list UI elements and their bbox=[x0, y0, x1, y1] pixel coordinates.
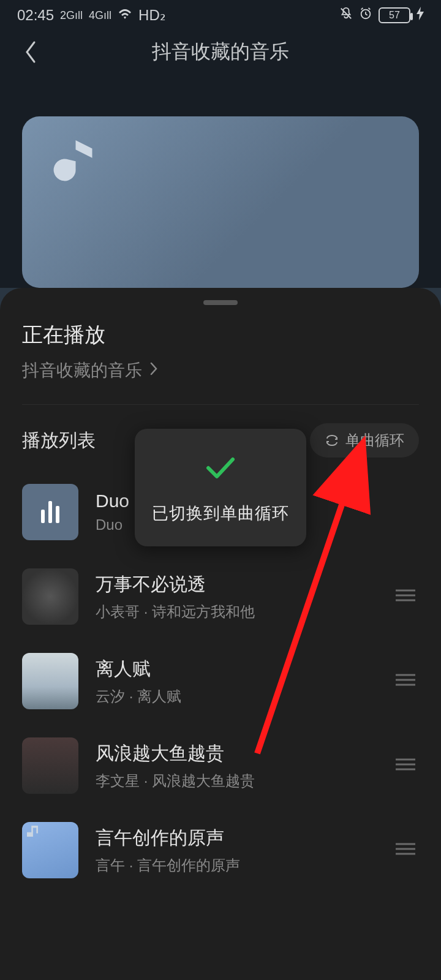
page-title: 抖音收藏的音乐 bbox=[43, 39, 423, 66]
now-playing-source-link[interactable]: 抖音收藏的音乐 bbox=[22, 359, 419, 382]
playlist-heading: 播放列表 bbox=[22, 428, 96, 453]
now-playing-sheet: 正在播放 抖音收藏的音乐 播放列表 单曲循环 Duo Duo 万事 bbox=[0, 288, 441, 980]
song-row[interactable]: 风浪越大鱼越贵 李文星 · 风浪越大鱼越贵 bbox=[22, 723, 419, 808]
album-art-card[interactable] bbox=[22, 116, 419, 288]
back-button[interactable] bbox=[18, 40, 43, 64]
song-subtitle: 云汐 · 离人赋 bbox=[96, 687, 377, 706]
song-cover bbox=[22, 653, 78, 709]
song-row[interactable]: 言午创作的原声 言午 · 言午创作的原声 bbox=[22, 808, 419, 892]
status-bar: 02:45 2Gıll 4Gıll HD₂ 57 bbox=[0, 0, 441, 31]
song-cover-playing bbox=[22, 484, 78, 540]
check-icon bbox=[205, 456, 236, 480]
drag-handle-icon[interactable] bbox=[394, 673, 419, 690]
hd-label: HD₂ bbox=[138, 7, 166, 24]
alarm-icon bbox=[359, 7, 372, 24]
signal-4g-icon: 4Gıll bbox=[89, 9, 111, 22]
battery-icon: 57 bbox=[379, 7, 410, 23]
equalizer-icon bbox=[41, 501, 59, 523]
chevron-right-icon bbox=[149, 361, 158, 380]
status-time: 02:45 bbox=[17, 7, 54, 24]
song-title: 风浪越大鱼越贵 bbox=[96, 741, 377, 766]
signal-2g-icon: 2Gıll bbox=[60, 9, 83, 22]
song-subtitle: 李文星 · 风浪越大鱼越贵 bbox=[96, 771, 377, 791]
drag-handle-icon[interactable] bbox=[394, 842, 419, 859]
song-subtitle: 言午 · 言午创作的原声 bbox=[96, 856, 377, 875]
song-cover bbox=[22, 737, 78, 794]
song-title: 万事不必说透 bbox=[96, 572, 377, 597]
song-row[interactable]: 离人赋 云汐 · 离人赋 bbox=[22, 639, 419, 723]
song-title: 言午创作的原声 bbox=[96, 826, 377, 851]
now-playing-heading: 正在播放 bbox=[22, 321, 419, 349]
song-title: 离人赋 bbox=[96, 657, 377, 682]
music-note-icon bbox=[45, 135, 100, 190]
drag-handle-icon[interactable] bbox=[394, 757, 419, 774]
charging-icon bbox=[417, 7, 424, 24]
wifi-icon bbox=[118, 7, 132, 24]
top-header: 抖音收藏的音乐 bbox=[0, 31, 441, 74]
loop-mode-label: 单曲循环 bbox=[345, 431, 404, 450]
loop-mode-button[interactable]: 单曲循环 bbox=[310, 423, 419, 458]
sheet-drag-handle[interactable] bbox=[203, 300, 238, 305]
repeat-icon bbox=[325, 433, 339, 448]
song-row[interactable]: 万事不必说透 小表哥 · 诗和远方我和他 bbox=[22, 554, 419, 639]
song-cover bbox=[22, 822, 78, 878]
song-cover bbox=[22, 568, 78, 625]
toast-message: 已切换到单曲循环 bbox=[152, 502, 289, 524]
divider bbox=[22, 404, 419, 405]
drag-handle-icon[interactable] bbox=[394, 588, 419, 605]
song-subtitle: 小表哥 · 诗和远方我和他 bbox=[96, 602, 377, 622]
source-label: 抖音收藏的音乐 bbox=[22, 359, 142, 382]
bell-off-icon bbox=[339, 7, 353, 24]
toast: 已切换到单曲循环 bbox=[135, 429, 306, 546]
